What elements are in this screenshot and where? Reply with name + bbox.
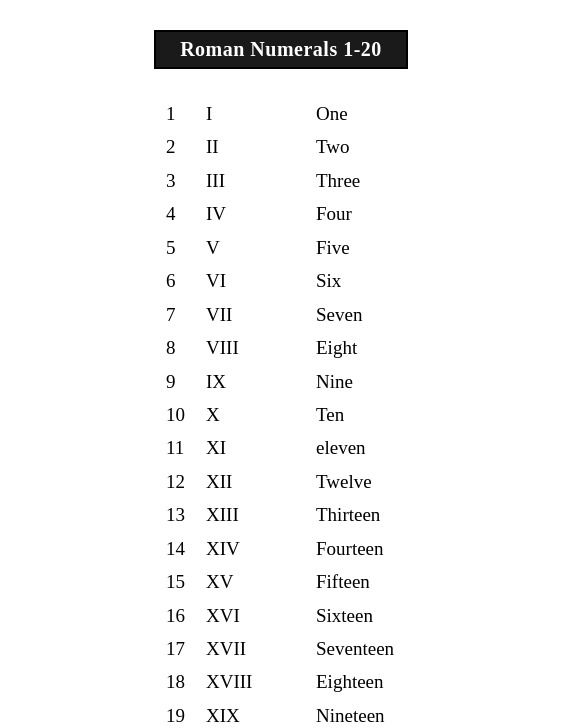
cell-roman: VII (186, 298, 296, 331)
table-row: 17XVIISeventeen (106, 632, 456, 665)
table-row: 9IXNine (106, 365, 456, 398)
cell-number: 12 (106, 465, 186, 498)
table-row: 2IITwo (106, 130, 456, 163)
cell-word: Nineteen (296, 699, 456, 727)
cell-roman: V (186, 231, 296, 264)
cell-word: Thirteen (296, 498, 456, 531)
cell-word: Fourteen (296, 532, 456, 565)
table-row: 8VIIIEight (106, 331, 456, 364)
table-row: 5VFive (106, 231, 456, 264)
cell-roman: XIII (186, 498, 296, 531)
table-row: 14XIVFourteen (106, 532, 456, 565)
cell-number: 8 (106, 331, 186, 364)
cell-word: Four (296, 197, 456, 230)
table-row: 16XVISixteen (106, 599, 456, 632)
page-title: Roman Numerals 1-20 (154, 30, 408, 69)
cell-number: 7 (106, 298, 186, 331)
cell-number: 14 (106, 532, 186, 565)
table-row: 18XVIIIEighteen (106, 665, 456, 698)
table-row: 4IVFour (106, 197, 456, 230)
table-row: 7VIISeven (106, 298, 456, 331)
cell-number: 5 (106, 231, 186, 264)
cell-roman: II (186, 130, 296, 163)
cell-roman: XIX (186, 699, 296, 727)
numerals-table: 1IOne2IITwo3IIIThree4IVFour5VFive6VISix7… (106, 97, 456, 727)
table-row: 19XIXNineteen (106, 699, 456, 727)
cell-word: Five (296, 231, 456, 264)
table-row: 6VISix (106, 264, 456, 297)
cell-number: 4 (106, 197, 186, 230)
cell-word: Sixteen (296, 599, 456, 632)
cell-word: Seven (296, 298, 456, 331)
cell-word: Twelve (296, 465, 456, 498)
cell-number: 2 (106, 130, 186, 163)
cell-roman: XVIII (186, 665, 296, 698)
cell-word: One (296, 97, 456, 130)
cell-roman: VI (186, 264, 296, 297)
cell-word: Eight (296, 331, 456, 364)
cell-roman: X (186, 398, 296, 431)
cell-word: Three (296, 164, 456, 197)
cell-number: 16 (106, 599, 186, 632)
cell-number: 11 (106, 431, 186, 464)
cell-number: 19 (106, 699, 186, 727)
cell-word: Nine (296, 365, 456, 398)
cell-roman: IV (186, 197, 296, 230)
cell-roman: IX (186, 365, 296, 398)
numerals-table-container: 1IOne2IITwo3IIIThree4IVFour5VFive6VISix7… (20, 97, 542, 727)
table-row: 15XVFifteen (106, 565, 456, 598)
cell-number: 13 (106, 498, 186, 531)
cell-number: 3 (106, 164, 186, 197)
cell-roman: XI (186, 431, 296, 464)
cell-word: Ten (296, 398, 456, 431)
cell-roman: I (186, 97, 296, 130)
cell-number: 17 (106, 632, 186, 665)
table-row: 10XTen (106, 398, 456, 431)
cell-word: Seventeen (296, 632, 456, 665)
table-row: 3IIIThree (106, 164, 456, 197)
cell-roman: XIV (186, 532, 296, 565)
cell-roman: III (186, 164, 296, 197)
cell-word: Two (296, 130, 456, 163)
table-row: 13XIIIThirteen (106, 498, 456, 531)
table-row: 12XIITwelve (106, 465, 456, 498)
cell-word: Eighteen (296, 665, 456, 698)
cell-word: Fifteen (296, 565, 456, 598)
cell-number: 10 (106, 398, 186, 431)
table-row: 11XIeleven (106, 431, 456, 464)
cell-roman: VIII (186, 331, 296, 364)
cell-roman: XII (186, 465, 296, 498)
cell-roman: XVII (186, 632, 296, 665)
cell-word: Six (296, 264, 456, 297)
cell-number: 18 (106, 665, 186, 698)
table-row: 1IOne (106, 97, 456, 130)
cell-roman: XV (186, 565, 296, 598)
cell-number: 6 (106, 264, 186, 297)
cell-roman: XVI (186, 599, 296, 632)
cell-number: 15 (106, 565, 186, 598)
cell-number: 9 (106, 365, 186, 398)
cell-number: 1 (106, 97, 186, 130)
cell-word: eleven (296, 431, 456, 464)
